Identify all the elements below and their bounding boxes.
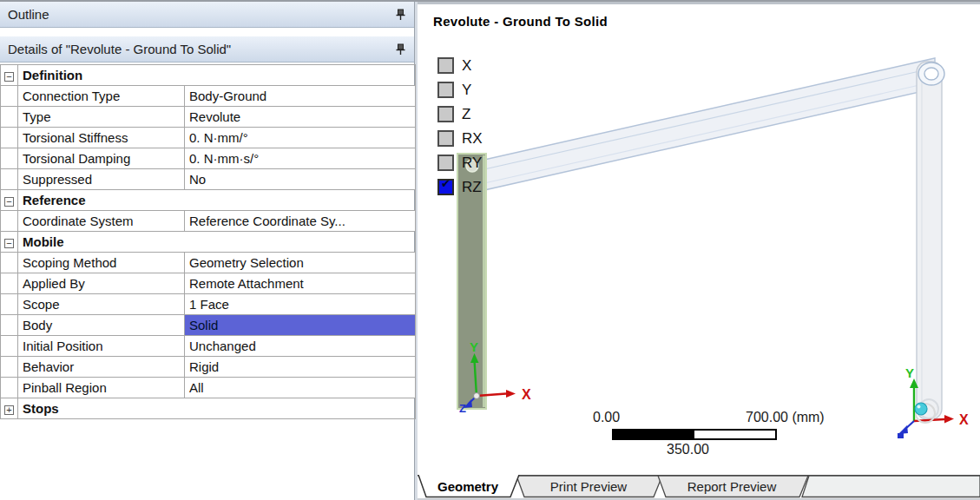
ruler-mid-label: 350.00 [667, 442, 709, 457]
joint-sphere-icon [915, 403, 927, 415]
property-row: Torsional Stiffness0. N·mm/° [1, 128, 416, 148]
svg-text:Print Preview: Print Preview [550, 479, 628, 494]
dof-checkbox[interactable] [437, 106, 454, 122]
row-gutter [1, 253, 18, 273]
property-value[interactable]: No [185, 169, 416, 190]
y-axis-label: Y [905, 365, 914, 380]
left-dock-panel: Outline Details of "Revolute - Ground To… [0, 2, 415, 500]
vertical-beam-right[interactable] [917, 62, 942, 419]
property-row: Connection TypeBody-Ground [1, 86, 416, 107]
group-label[interactable]: Mobile [18, 232, 416, 253]
tab-report-preview[interactable]: Report Preview [658, 476, 808, 497]
model-geometry[interactable]: X Y Z Y X [418, 4, 980, 475]
group-label[interactable]: Stops [18, 398, 416, 419]
x-axis-label: X [522, 387, 531, 402]
viewport-annotation-title: Revolute - Ground To Solid [433, 14, 608, 29]
property-row: Pinball RegionAll [1, 378, 416, 398]
property-label: Torsional Stiffness [18, 128, 185, 148]
dof-checkbox[interactable] [437, 155, 454, 171]
row-gutter [1, 211, 18, 232]
dof-legend-item: RX [437, 130, 483, 147]
dof-checkbox[interactable] [437, 130, 454, 147]
x-axis-label: X [959, 412, 969, 427]
expand-box-icon[interactable]: + [1, 398, 18, 419]
row-gutter [1, 169, 18, 190]
property-value[interactable]: Remote Attachment [185, 273, 416, 294]
property-label: Coordinate System [18, 211, 185, 232]
pin-icon[interactable] [395, 43, 406, 56]
group-row: −Reference [1, 190, 416, 211]
pin-icon[interactable] [395, 9, 406, 21]
dof-checkbox-checked[interactable] [437, 179, 454, 195]
row-gutter [1, 273, 18, 294]
row-gutter [1, 357, 18, 378]
outline-panel-header: Outline [0, 2, 414, 28]
tab-geometry[interactable]: Geometry [418, 475, 519, 497]
group-label[interactable]: Reference [18, 190, 416, 211]
property-row: TypeRevolute [1, 107, 416, 128]
svg-text:Geometry: Geometry [437, 479, 499, 494]
property-label: Body [18, 315, 185, 336]
property-row: Scope1 Face [1, 294, 416, 315]
z-axis-marker [898, 433, 904, 438]
tabstrip-filler [802, 476, 980, 497]
property-value[interactable]: 0. N·mm/° [185, 128, 416, 148]
group-row: +Stops [1, 398, 416, 419]
property-label: Scoping Method [18, 253, 185, 273]
dof-label: RY [462, 155, 482, 172]
row-gutter [1, 86, 18, 107]
y-axis-label: Y [470, 339, 478, 354]
property-value[interactable]: Geometry Selection [185, 253, 416, 273]
property-value-selected[interactable]: Solid [185, 315, 416, 336]
z-axis-label: Z [459, 402, 466, 415]
property-label: Initial Position [18, 336, 185, 357]
3d-viewport[interactable]: X Y Z Y X [418, 2, 980, 475]
row-gutter [1, 294, 18, 315]
property-row: Initial PositionUnchanged [1, 336, 416, 357]
collapse-box-icon[interactable]: − [1, 190, 18, 211]
property-label: Suppressed [18, 169, 185, 190]
group-label[interactable]: Definition [18, 65, 416, 86]
dof-legend-item: RZ [437, 179, 483, 195]
dof-checkbox[interactable] [437, 57, 454, 74]
row-gutter [1, 107, 18, 128]
dof-label: RZ [462, 179, 482, 196]
row-gutter [1, 336, 18, 357]
revolute-pin-icon [918, 62, 944, 85]
property-label: Pinball Region [18, 378, 185, 398]
property-row: SuppressedNo [1, 169, 416, 190]
group-row: −Definition [1, 65, 416, 86]
property-value[interactable]: Rigid [185, 357, 416, 378]
dof-legend: XYZRXRYRZ [437, 57, 483, 195]
property-value[interactable]: Unchanged [185, 336, 416, 357]
property-value[interactable]: All [185, 378, 416, 398]
tab-print-preview[interactable]: Print Preview [516, 476, 662, 497]
property-label: Applied By [18, 273, 185, 294]
property-row: BodySolid [1, 315, 416, 336]
property-value[interactable]: Revolute [185, 107, 416, 128]
property-value[interactable]: Body-Ground [185, 86, 416, 107]
dof-label: Y [462, 82, 471, 99]
view-tabstrip: Print Preview Report Preview Geometry [418, 475, 980, 498]
property-value[interactable]: Reference Coordinate Sy... [185, 211, 416, 232]
property-row: Scoping MethodGeometry Selection [1, 253, 416, 273]
details-panel-header: Details of "Revolute - Ground To Solid" [0, 36, 414, 62]
dof-legend-item: Y [437, 82, 483, 98]
row-gutter [1, 148, 18, 169]
property-row: Applied ByRemote Attachment [1, 273, 416, 294]
ruler-min-label: 0.00 [593, 410, 620, 425]
ansys-mechanical-window: Outline Details of "Revolute - Ground To… [0, 0, 980, 500]
group-row: −Mobile [1, 232, 416, 253]
property-value[interactable]: 0. N·mm·s/° [185, 148, 416, 169]
horizontal-beam[interactable] [484, 58, 935, 190]
scale-ruler-light-segment [694, 429, 777, 440]
collapse-box-icon[interactable]: − [1, 232, 18, 253]
property-label: Type [18, 107, 185, 128]
property-row: Coordinate SystemReference Coordinate Sy… [1, 211, 416, 232]
row-gutter [1, 128, 18, 148]
property-value[interactable]: 1 Face [185, 294, 416, 315]
property-label: Behavior [18, 357, 185, 378]
collapse-box-icon[interactable]: − [1, 65, 18, 86]
dof-legend-item: X [437, 57, 483, 74]
dof-checkbox[interactable] [437, 82, 454, 98]
